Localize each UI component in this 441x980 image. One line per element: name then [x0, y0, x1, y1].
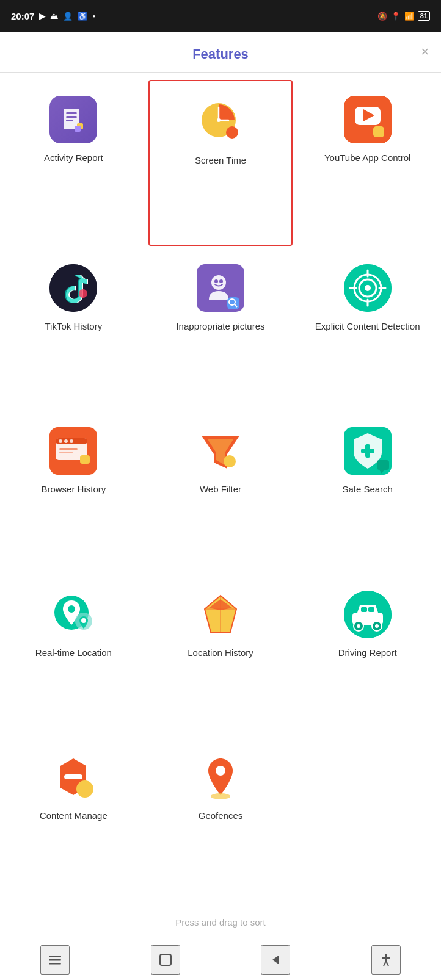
- feature-item-youtube-app-control[interactable]: YouTube App Control: [294, 79, 441, 247]
- youtube-svg: [344, 96, 392, 143]
- svg-rect-74: [160, 954, 171, 965]
- svg-point-70: [211, 793, 230, 799]
- inappropriate-pictures-icon: [197, 264, 244, 312]
- svg-point-69: [216, 766, 225, 776]
- safesearch-svg: [344, 427, 392, 475]
- svg-point-64: [357, 624, 360, 628]
- svg-point-65: [375, 624, 379, 628]
- home-icon: [159, 953, 172, 967]
- inappropriate-pictures-label: Inappropriate pictures: [176, 320, 264, 333]
- bottom-hint: Press and drag to sort: [0, 906, 441, 939]
- location-history-svg: [197, 591, 244, 638]
- mute-icon: 🔕: [377, 12, 387, 21]
- battery-icon: 81: [418, 11, 430, 21]
- nav-menu-button[interactable]: [40, 945, 70, 975]
- svg-point-19: [214, 279, 218, 283]
- svg-point-52: [81, 618, 86, 623]
- status-time: 20:07: [11, 11, 34, 21]
- explicit-svg: [344, 264, 392, 312]
- tiktok-history-icon: [49, 264, 97, 312]
- realtime-location-label: Real-time Location: [35, 647, 112, 659]
- svg-rect-72: [49, 959, 61, 961]
- web-filter-icon: [197, 427, 244, 475]
- feature-item-tiktok-history[interactable]: TikTok History: [0, 247, 147, 411]
- safe-search-label: Safe Search: [342, 483, 393, 495]
- location-history-label: Location History: [188, 647, 253, 659]
- svg-rect-46: [361, 449, 374, 453]
- status-system-icons: 🔕 📍 📶 81: [377, 11, 430, 21]
- driving-report-label: Driving Report: [338, 647, 397, 659]
- svg-marker-75: [272, 956, 279, 964]
- page-title: Features: [192, 46, 249, 62]
- content-manage-label: Content Manage: [40, 810, 108, 822]
- nav-bar: [0, 939, 441, 980]
- svg-line-80: [386, 961, 388, 966]
- notif-icon-2: ⛰: [50, 12, 58, 21]
- svg-rect-47: [377, 460, 389, 470]
- inappropriate-svg: [197, 264, 244, 312]
- svg-point-35: [59, 439, 62, 443]
- svg-rect-73: [49, 963, 61, 965]
- nav-home-button[interactable]: [151, 945, 180, 975]
- youtube-app-control-icon: [344, 96, 392, 143]
- location-status-icon: 📍: [391, 12, 401, 21]
- menu-icon: [48, 953, 62, 967]
- feature-item-inappropriate-pictures[interactable]: Inappropriate pictures: [147, 247, 294, 411]
- feature-item-web-filter[interactable]: Web Filter: [147, 410, 294, 574]
- svg-point-10: [226, 126, 238, 139]
- screen-time-icon: [197, 98, 244, 146]
- safe-search-icon: [344, 427, 392, 475]
- feature-item-geofences[interactable]: Geofences: [147, 737, 294, 900]
- feature-item-screen-time[interactable]: Screen Time: [148, 80, 293, 246]
- svg-rect-40: [80, 455, 90, 464]
- feature-item-location-history[interactable]: Location History: [147, 574, 294, 737]
- svg-line-79: [384, 961, 386, 966]
- svg-point-18: [211, 275, 226, 290]
- feature-item-content-manage[interactable]: Content Manage: [0, 737, 147, 900]
- svg-rect-39: [59, 452, 73, 453]
- webfilter-svg: [197, 427, 244, 475]
- svg-point-27: [365, 285, 371, 291]
- tiktok-history-label: TikTok History: [45, 320, 103, 333]
- feature-item-safe-search[interactable]: Safe Search: [294, 410, 441, 574]
- svg-rect-14: [373, 126, 384, 137]
- browser-history-icon: [49, 427, 97, 475]
- svg-point-36: [64, 439, 68, 443]
- nav-accessibility-button[interactable]: [371, 945, 401, 975]
- geofences-icon: [197, 754, 244, 801]
- svg-rect-61: [368, 607, 374, 612]
- svg-point-76: [385, 954, 387, 956]
- svg-rect-1: [66, 112, 77, 114]
- browser-history-label: Browser History: [41, 483, 106, 495]
- feature-item-realtime-location[interactable]: Real-time Location: [0, 574, 147, 737]
- realtime-loc-svg: [49, 591, 97, 638]
- svg-point-37: [70, 439, 73, 443]
- driving-svg: [344, 591, 392, 638]
- feature-item-explicit-content-detection[interactable]: Explicit Content Detection: [294, 247, 441, 411]
- screen-time-label: Screen Time: [195, 154, 246, 167]
- activity-report-icon: [49, 96, 97, 143]
- youtube-app-control-label: YouTube App Control: [324, 152, 411, 164]
- status-time-area: 20:07 ▶ ⛰ 👤 ♿ ●: [11, 11, 95, 21]
- feature-item-driving-report[interactable]: Driving Report: [294, 574, 441, 737]
- browser-svg: [49, 427, 97, 475]
- svg-point-50: [68, 605, 75, 613]
- svg-rect-3: [66, 120, 73, 121]
- feature-item-activity-report[interactable]: Activity Report: [0, 79, 147, 247]
- notif-icon-1: ▶: [39, 12, 45, 21]
- svg-point-16: [79, 289, 87, 298]
- content-manage-icon: [49, 754, 97, 801]
- svg-rect-5: [75, 126, 81, 132]
- notif-icon-3: 👤: [63, 12, 73, 21]
- tiktok-svg: [49, 264, 97, 312]
- nav-back-button[interactable]: [261, 945, 290, 975]
- realtime-location-icon: [49, 591, 97, 638]
- activity-report-label: Activity Report: [44, 152, 103, 164]
- svg-rect-71: [49, 956, 61, 957]
- feature-item-browser-history[interactable]: Browser History: [0, 410, 147, 574]
- notif-icon-4: ♿: [78, 12, 87, 21]
- close-button[interactable]: ×: [421, 45, 429, 59]
- activity-report-svg: [60, 106, 87, 133]
- svg-rect-38: [59, 448, 78, 450]
- web-filter-label: Web Filter: [200, 483, 241, 495]
